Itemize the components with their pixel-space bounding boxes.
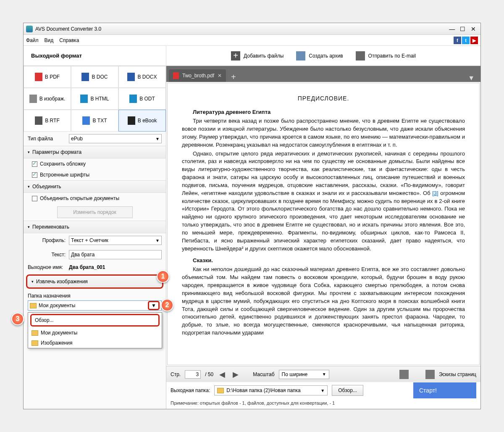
menu-file[interactable]: Файл [26,37,39,43]
format-odt[interactable]: В ODT [118,88,166,110]
add-files-label: Добавить файлы [244,53,284,59]
app-window: AVS Document Converter 3.0 — ☐ ✕ Файл Ви… [23,23,481,409]
text-label: Текст: [28,252,66,258]
text-row: Текст: [24,248,166,262]
tab-close-icon[interactable]: ✕ [218,73,222,79]
window-controls: — ☐ ✕ [447,26,478,32]
preview-nav-bar: Стр. / 50 ◀ ▶ Масштаб По ширине▼ Эскизы … [166,366,480,382]
ebook-icon [128,116,135,125]
prev-page-button[interactable]: ◀ [218,370,227,379]
menu-view[interactable]: Вид [45,37,54,43]
start-button[interactable]: Старт! [413,382,476,398]
outname-label: Выходное имя: [28,264,66,270]
title-bar: AVS Document Converter 3.0 — ☐ ✕ [24,23,480,35]
section-merge[interactable]: ▾Объединить [24,180,166,193]
rename-text-input[interactable] [69,250,162,259]
facebook-icon[interactable]: f [454,37,461,44]
archive-icon [296,51,305,61]
embed-fonts-checkbox[interactable]: Встроенные шрифты [24,169,166,180]
section-format-params[interactable]: ▾Параметры формата [24,146,166,158]
format-docx[interactable]: В DOCX [118,66,166,88]
outname-row: Выходное имя: Два брата_001 [24,262,166,273]
twitter-icon[interactable]: t [462,37,470,44]
checkbox-icon [32,196,37,201]
thumbnails-icon[interactable] [425,370,435,379]
format-grid: В PDF В DOC В DOCX В изображ. В HTML В O… [24,66,166,132]
format-html[interactable]: В HTML [71,88,118,110]
page-input[interactable] [185,370,201,379]
menu-help[interactable]: Справка [59,37,79,43]
format-image[interactable]: В изображ. [24,88,71,110]
save-cover-checkbox[interactable]: Сохранить обложку [24,158,166,169]
tab-bar: Two_broth.pdf ✕ + ▼ [166,66,480,82]
social-links: f t ▶ [454,37,478,44]
folder-icon [217,388,224,393]
thumbnails-label[interactable]: Эскизы страниц [439,371,476,377]
chevron-down-icon: ▼ [322,372,326,377]
page-label: Стр. [171,371,181,377]
odt-icon [129,95,137,103]
format-txt[interactable]: В TXT [71,110,118,132]
chevron-down-icon: ▼ [155,137,160,141]
dd-mydocs[interactable]: Мои документы [28,328,162,338]
send-email-button[interactable]: Отправить по E-mail [356,51,416,61]
doc-title: ПРЕДИСЛОВИЕ. [182,94,465,103]
maximize-button[interactable]: ☐ [458,26,467,32]
merge-docs-checkbox[interactable]: Объединить открытые документы [24,193,166,204]
section-extract-images[interactable]: ▾Извлечь изображения [26,274,163,289]
add-files-button[interactable]: Добавить файлы [231,51,284,61]
folder-icon [32,340,38,346]
dest-dropdown-button[interactable]: ▼ [148,301,160,310]
pdf-icon [35,73,42,81]
dest-folder-select[interactable]: Мои документы ▼ [28,300,162,311]
out-folder-field[interactable]: D:\Новая папка (2)\Новая папка ▼ [214,385,328,395]
app-icon [26,26,33,32]
format-ebook[interactable]: В eBook [118,110,166,132]
checkbox-icon [32,172,37,178]
doc-icon [81,73,89,81]
page-total: / 50 [205,371,213,377]
callout-badge-3: 3 [11,313,24,325]
triangle-icon: ▾ [32,279,34,284]
section-rename[interactable]: ▾Переименовать [24,221,166,233]
dd-browse[interactable]: Обзор... [30,314,160,327]
tab-add-button[interactable]: + [228,72,239,82]
output-bar: Выходная папка: D:\Новая папка (2)\Новая… [166,382,480,399]
checkbox-icon [32,161,37,167]
profile-row: Профиль: Текст + Счетчик▼ [24,233,166,248]
tab-menu-button[interactable]: ▼ [465,74,478,82]
document-preview[interactable]: ПРЕДИСЛОВИЕ. Литература древнего Египта … [167,83,480,365]
status-note: Примечание: открытых файлов - 1, файлов,… [166,399,480,409]
filetype-label: Тип файла [28,136,66,142]
folder-icon [30,303,37,308]
doc-footnote-link[interactable]: [3] [432,190,438,196]
print-icon[interactable] [399,370,409,379]
create-archive-button[interactable]: Создать архив [296,51,343,61]
profile-select[interactable]: Текст + Счетчик▼ [69,236,162,245]
top-toolbar: Выходной формат Добавить файлы Создать а… [24,46,480,66]
close-button[interactable]: ✕ [469,26,478,32]
filetype-select[interactable]: ePub▼ [69,134,162,143]
tab-document[interactable]: Two_broth.pdf ✕ [169,69,226,82]
send-email-label: Отправить по E-mail [368,53,416,59]
youtube-icon[interactable]: ▶ [470,37,478,44]
tab-label: Two_broth.pdf [182,73,214,79]
html-icon [80,95,88,103]
minimize-button[interactable]: — [447,26,457,32]
window-title: AVS Document Converter 3.0 [35,26,447,32]
txt-icon [82,116,90,125]
browse-button[interactable]: Обзор... [332,385,363,396]
dest-folder-label-row: Папка назначения [24,290,166,299]
zoom-select[interactable]: По ширине▼ [279,370,329,379]
dd-images[interactable]: Изображения [28,338,162,348]
chevron-down-icon: ▼ [155,238,160,243]
triangle-icon: ▾ [28,225,30,229]
format-rtf[interactable]: В RTF [24,110,71,132]
next-page-button[interactable]: ▶ [231,370,240,379]
format-pdf[interactable]: В PDF [24,66,71,88]
triangle-icon: ▾ [28,150,30,154]
outname-value: Два брата_001 [69,264,105,270]
dest-folder-label: Папка назначения [28,293,71,299]
format-doc[interactable]: В DOC [71,66,118,88]
doc-paragraph: Однако, открытие целого ряда иератически… [182,150,465,253]
